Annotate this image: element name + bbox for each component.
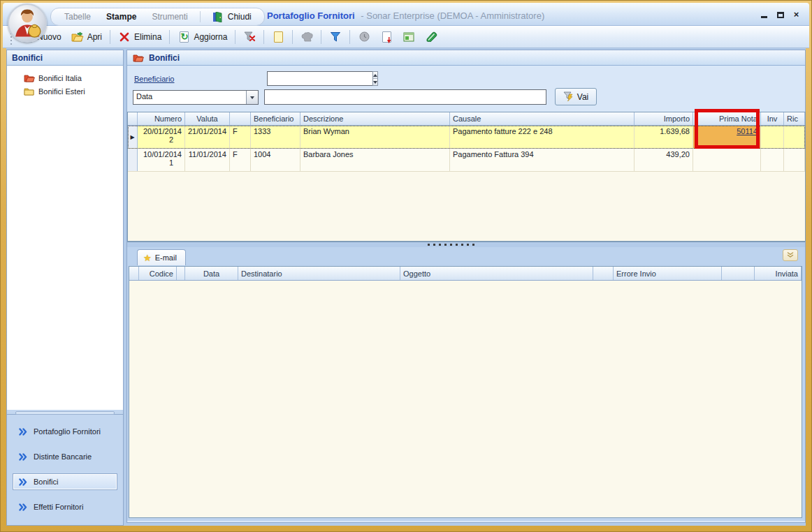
email-header-indicator <box>129 267 139 280</box>
cell-importo: 439,20 <box>635 149 693 171</box>
stamp-icon-disabled <box>300 31 313 43</box>
sidebar-nav: Portafoglio Fornitori Distinte Bancarie … <box>7 415 123 525</box>
bonifici-grid: Numero Valuta Beneficiario Descrizione C… <box>127 112 806 242</box>
nav-item-distinte-bancarie[interactable]: Distinte Bancarie <box>13 448 117 465</box>
row-indicator: ▶ <box>128 126 138 148</box>
tab-email-label: E-mail <box>155 253 177 262</box>
tree-item-bonifici-esteri[interactable]: Bonifici Esteri <box>7 84 123 98</box>
double-chevron-icon <box>19 428 28 436</box>
double-chevron-down-icon <box>787 252 794 258</box>
email-header-errore-invio[interactable]: Errore Invio <box>614 267 722 280</box>
vai-button[interactable]: Vai <box>555 88 597 105</box>
maximize-icon <box>777 12 784 18</box>
arrow-down-icon <box>373 81 377 84</box>
grid-header-valuta[interactable]: Valuta <box>185 112 230 125</box>
document-download-icon <box>380 31 393 43</box>
menu-tabelle[interactable]: Tabelle <box>58 10 97 24</box>
email-header-blank3[interactable] <box>722 267 755 280</box>
grid-header-indicator <box>128 112 138 125</box>
blank-document-button[interactable] <box>267 29 289 45</box>
door-exit-icon <box>212 10 224 23</box>
aggiorna-button[interactable]: ↻ Aggiorna <box>173 29 232 45</box>
email-header-oggetto[interactable]: Oggetto <box>400 267 593 280</box>
grid-header-causale[interactable]: Causale <box>450 112 635 125</box>
email-header-blank1[interactable] <box>177 267 185 280</box>
filter-button[interactable] <box>324 29 347 45</box>
double-chevron-icon <box>19 478 28 486</box>
search-input[interactable] <box>264 89 546 105</box>
grid-header-beneficiario[interactable]: Beneficiario <box>251 112 300 125</box>
sidebar-splitter[interactable] <box>7 408 123 415</box>
nav-item-portafoglio-fornitori[interactable]: Portafoglio Fornitori <box>13 423 117 440</box>
cell-ric <box>784 149 805 171</box>
spinner-buttons <box>372 71 378 86</box>
spinner-up-button[interactable] <box>373 72 377 79</box>
main-panel-title: Bonifici <box>149 53 180 63</box>
window-view-button[interactable] <box>398 29 420 45</box>
panel-splitter[interactable] <box>127 242 805 247</box>
cell-beneficiario: 1004 <box>251 149 300 171</box>
tab-email[interactable]: ★ E-mail <box>137 249 186 265</box>
close-button[interactable]: × <box>792 10 801 18</box>
red-folder-icon <box>24 73 35 82</box>
cell-numero: 10/01/2014 1 <box>138 149 185 171</box>
email-header-codice[interactable]: Codice <box>139 267 177 280</box>
minimize-button[interactable] <box>760 10 769 18</box>
nav-item-effetti-fornitori[interactable]: Effetti Fornitori <box>13 498 117 515</box>
menu-strumenti[interactable]: Strumenti <box>145 10 194 24</box>
clear-filter-button[interactable] <box>238 29 261 45</box>
grid-row[interactable]: 10/01/2014 1 11/01/2014 F 1004 Barbara J… <box>128 149 805 172</box>
maximize-button[interactable] <box>776 10 785 18</box>
beneficiario-spinner-input[interactable] <box>267 71 372 86</box>
cell-flag: F <box>230 126 251 148</box>
stamp-button[interactable] <box>296 29 318 45</box>
spinner-down-button[interactable] <box>373 79 377 85</box>
grid-header-prima-nota[interactable]: Prima Nota <box>693 112 761 125</box>
nav-item-label: Effetti Fornitori <box>34 503 83 511</box>
elimina-button[interactable]: Elimina <box>113 29 166 45</box>
toolbar-separator <box>349 30 350 44</box>
field-select-combo[interactable]: Data <box>133 90 259 105</box>
user-avatar-icon <box>9 5 45 41</box>
toolbar-separator <box>292 30 293 44</box>
menu-separator <box>200 11 201 22</box>
nav-item-label: Portafoglio Fornitori <box>34 427 101 436</box>
grid-header-flag[interactable] <box>230 112 251 125</box>
menu-stampe[interactable]: Stampe <box>100 10 143 24</box>
sidebar-tree: Bonifici Italia Bonifici Esteri <box>7 66 123 408</box>
email-header-destinatario[interactable]: Destinatario <box>238 267 400 280</box>
help-book-button[interactable] <box>420 29 442 45</box>
grid-header-importo[interactable]: Importo <box>635 112 693 125</box>
grid-header-row: Numero Valuta Beneficiario Descrizione C… <box>128 112 805 126</box>
grid-header-ric[interactable]: Ric <box>784 112 805 125</box>
beneficiario-link[interactable]: Beneficiario <box>134 75 174 83</box>
user-avatar-button[interactable] <box>8 3 47 43</box>
cell-inv <box>761 149 784 171</box>
cell-importo: 1.639,68 <box>635 126 693 148</box>
grid-row-selected[interactable]: ▶ 20/01/2014 2 21/01/2014 F 1333 Brian W… <box>128 126 805 149</box>
filter-bar: Beneficiario Data Vai <box>127 66 805 110</box>
grid-header-inv[interactable]: Inv <box>761 112 784 125</box>
email-header-data[interactable]: Data <box>185 267 238 280</box>
export-document-button[interactable] <box>375 29 398 45</box>
content-area: Bonifici Bonifici Italia Bonifici Esteri <box>6 48 806 526</box>
collapse-panel-button[interactable] <box>783 249 798 261</box>
nav-item-bonifici[interactable]: Bonifici <box>13 473 117 490</box>
combo-dropdown-button[interactable] <box>246 91 258 104</box>
tree-item-bonifici-italia[interactable]: Bonifici Italia <box>7 71 123 84</box>
grid-header-descrizione[interactable]: Descrizione <box>300 112 450 125</box>
cell-flag: F <box>230 149 251 171</box>
grid-header-numero[interactable]: Numero <box>138 112 185 125</box>
prima-nota-link[interactable]: 50114 <box>737 127 757 135</box>
row-indicator-empty <box>128 149 138 171</box>
email-header-blank2[interactable] <box>593 267 614 280</box>
green-book-icon <box>425 31 437 43</box>
delete-x-icon <box>118 31 131 43</box>
email-header-inviata[interactable]: Inviata <box>755 267 802 280</box>
cell-prima-nota <box>693 149 761 171</box>
apri-button[interactable]: Apri <box>66 29 107 45</box>
menu-chiudi[interactable]: Chiudi <box>206 8 257 25</box>
double-chevron-icon <box>19 503 28 511</box>
history-button[interactable] <box>353 29 375 45</box>
cell-valuta: 21/01/2014 <box>185 126 230 148</box>
